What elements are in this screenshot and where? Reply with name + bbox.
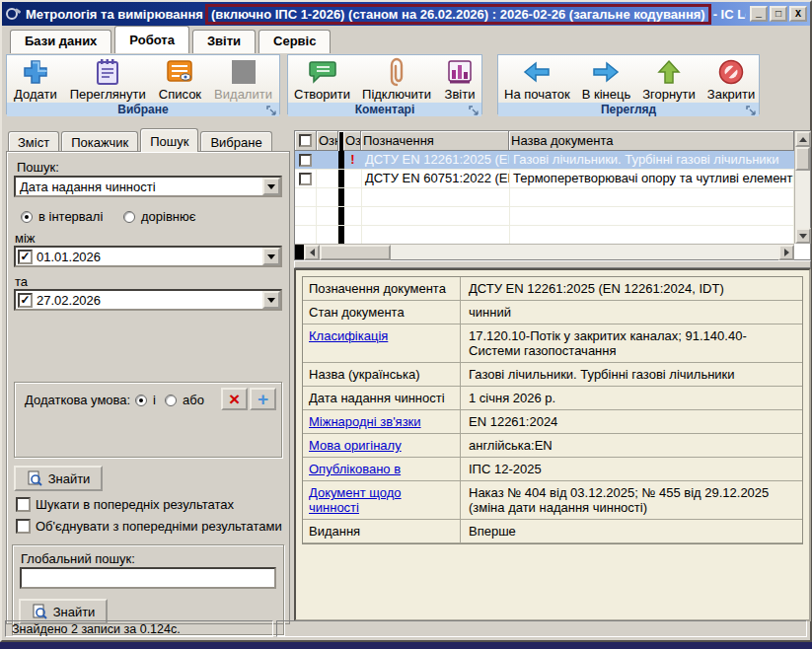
attach-comment-label: Підключити — [362, 87, 431, 102]
global-find-button-label: Знайти — [53, 605, 96, 619]
speech-bubble-icon — [306, 57, 339, 87]
search-page-icon — [32, 604, 47, 619]
group-launcher-icon[interactable] — [746, 106, 756, 115]
list-button[interactable]: Список — [153, 56, 207, 103]
detail-label: Стан документа — [303, 301, 461, 324]
radio-off-icon[interactable] — [123, 211, 135, 223]
detail-value: 17.120.10-Потік у закритих каналах; 91.1… — [461, 324, 802, 362]
collapse-button[interactable]: Згорнути — [636, 56, 701, 103]
search-field-label: Пошук: — [17, 160, 59, 175]
view-button[interactable]: Переглянути — [64, 56, 152, 103]
tab-contents[interactable]: Зміст — [8, 131, 59, 152]
published-in-link[interactable]: Опубліковано в — [303, 458, 461, 480]
find-button[interactable]: Знайти — [14, 466, 103, 491]
add-condition-button[interactable]: + — [250, 388, 276, 410]
app-icon — [5, 6, 22, 22]
title-bar[interactable]: Метрологія та вимірювання (включно ІПС 1… — [2, 2, 810, 26]
window-title-prefix: Метрологія та вимірювання — [26, 7, 203, 22]
search-field-value: Дата надання чинності — [16, 180, 262, 194]
date-from-combobox[interactable]: ✓ 01.01.2026 — [14, 246, 282, 267]
group-launcher-icon[interactable] — [266, 106, 276, 115]
original-language-link[interactable]: Мова оригіналу — [303, 434, 461, 457]
row-checkbox[interactable] — [295, 170, 317, 187]
exclamation-icon: ! — [350, 152, 354, 167]
scroll-left-icon[interactable] — [304, 245, 320, 260]
document-details-table: Позначення документа ДСТУ EN 12261:2025 … — [302, 276, 803, 544]
header-designation[interactable]: Позначення — [361, 131, 509, 151]
and-condition-radio[interactable]: і — [135, 393, 156, 407]
global-search-label: Глобальний пошук: — [21, 551, 135, 566]
scroll-up-icon[interactable] — [795, 131, 811, 147]
checkbox-unchecked-icon[interactable] — [299, 134, 312, 147]
radio-on-icon[interactable] — [21, 211, 33, 223]
horizontal-splitter[interactable] — [294, 260, 811, 268]
arrow-right-icon — [589, 57, 623, 87]
scroll-down-icon[interactable] — [795, 228, 811, 244]
tab-index[interactable]: Покажчик — [61, 131, 138, 152]
radio-on-icon[interactable] — [135, 395, 147, 406]
create-comment-button[interactable]: Створити — [288, 56, 356, 103]
date-from-checkbox[interactable]: ✓ — [18, 250, 33, 264]
classification-link[interactable]: Класифікація — [303, 324, 461, 362]
vertical-scrollbar[interactable] — [794, 131, 810, 244]
table-row[interactable]: ! ДСТУ EN 12261:2025 (EN Газові лічильни… — [295, 151, 794, 170]
header-oz[interactable]: Оз — [343, 131, 361, 151]
row-designation: ДСТУ EN 60751:2022 (EN — [362, 170, 510, 187]
date-to-combobox[interactable]: ✓ 27.02.2026 — [14, 289, 282, 311]
row-checkbox[interactable] — [295, 151, 317, 169]
minimize-button[interactable]: _ — [750, 6, 768, 22]
comment-reports-button[interactable]: Звіти — [437, 56, 482, 103]
tab-databases[interactable]: Бази даних — [10, 30, 111, 53]
table-row[interactable]: ДСТУ EN 60751:2022 (EN Термоперетворювач… — [295, 170, 794, 188]
checkbox-unchecked-icon[interactable] — [299, 154, 312, 167]
close-view-button[interactable]: Закрити — [701, 56, 761, 103]
global-search-input[interactable] — [20, 567, 276, 589]
search-previous-checkbox[interactable]: Шукати в попередніх результатах — [16, 497, 234, 512]
scroll-right-icon[interactable] — [778, 245, 794, 260]
tab-work[interactable]: Робота — [114, 26, 189, 53]
detail-value: Вперше — [461, 520, 802, 542]
merge-previous-checkbox[interactable]: Об'єднувати з попередніми результатами — [16, 519, 282, 534]
interval-radio[interactable]: в інтервалі — [21, 209, 103, 224]
go-start-label: На початок — [504, 87, 570, 102]
tab-service[interactable]: Сервіс — [258, 30, 331, 53]
checkbox-unchecked-icon[interactable] — [299, 173, 312, 185]
detail-row: Класифікація 17.120.10-Потік у закритих … — [303, 324, 802, 363]
chevron-down-icon[interactable] — [262, 291, 280, 309]
detail-row: Дата надання чинності 1 січня 2026 р. — [303, 387, 802, 410]
group-caption-navigation-label: Перегляд — [601, 103, 656, 116]
attach-comment-button[interactable]: Підключити — [356, 56, 437, 103]
search-page-icon — [27, 470, 42, 486]
equals-radio[interactable]: дорівнює — [123, 209, 195, 224]
chevron-down-icon[interactable] — [262, 248, 280, 265]
detail-row: Опубліковано в ІПС 12-2025 — [303, 458, 802, 481]
checkbox-unchecked-icon[interactable] — [16, 519, 31, 534]
scrollbar-thumb[interactable] — [320, 245, 391, 260]
maximize-button[interactable]: □ — [770, 6, 787, 22]
international-relations-link[interactable]: Міжнародні зв'язки — [303, 410, 461, 433]
detail-value: чинний — [461, 301, 802, 324]
chevron-down-icon[interactable] — [262, 178, 280, 195]
go-start-button[interactable]: На початок — [498, 56, 576, 103]
add-button[interactable]: Додати — [8, 56, 63, 103]
delete-condition-button[interactable]: × — [221, 388, 248, 410]
date-to-checkbox[interactable]: ✓ — [18, 293, 33, 308]
tab-reports[interactable]: Звіти — [192, 30, 256, 53]
checkbox-unchecked-icon[interactable] — [16, 497, 31, 512]
header-ozn[interactable]: Озн — [317, 131, 338, 151]
or-condition-radio[interactable]: або — [165, 393, 204, 407]
group-launcher-icon[interactable] — [469, 106, 479, 115]
add-button-label: Додати — [14, 87, 57, 102]
go-end-button[interactable]: В кінець — [576, 56, 637, 103]
header-select-all[interactable] — [295, 131, 317, 151]
horizontal-scrollbar[interactable] — [295, 244, 794, 259]
header-name[interactable]: Назва документа — [509, 131, 794, 151]
scrollbar-thumb[interactable] — [795, 147, 810, 171]
tab-search[interactable]: Пошук — [140, 128, 198, 152]
detail-value: 1 січня 2026 р. — [461, 387, 802, 409]
close-button[interactable]: X — [789, 6, 807, 22]
tab-favorites[interactable]: Вибране — [200, 131, 271, 152]
validity-document-link[interactable]: Документ щодо чинності — [303, 481, 461, 519]
radio-off-icon[interactable] — [165, 395, 177, 406]
search-field-combobox[interactable]: Дата надання чинності — [14, 176, 282, 197]
